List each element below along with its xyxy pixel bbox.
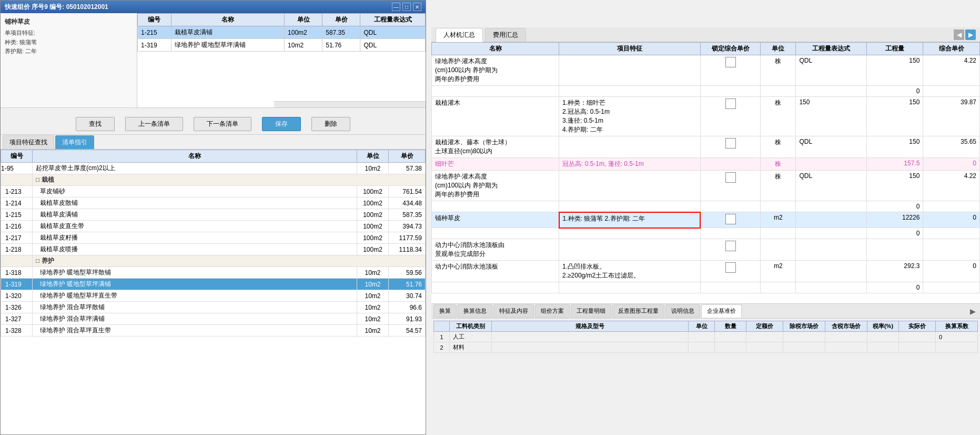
cell-expr: 150 (796, 97, 866, 136)
cell-expr (796, 212, 866, 228)
upper-table-row[interactable]: 1-215 栽植草皮满铺 100m2 587.35 QDL (138, 26, 426, 39)
list-item[interactable]: □ 养护 (1, 255, 426, 267)
bottom-col-tax-rate: 税率(%) (867, 321, 899, 332)
cell-price: 4.22 (923, 171, 980, 201)
cell-unit (761, 201, 796, 212)
upper-table-row[interactable]: 1-319 绿地养护 暖地型草坪满铺 10m2 51.76 QDL (138, 39, 426, 52)
main-table-row[interactable]: 细叶芒 冠丛高: 0.5-1m, 蓬径: 0.5-1m 株 157.5 0 (432, 158, 980, 171)
tab-guide[interactable]: 清单指引 (55, 135, 94, 149)
list-item[interactable]: 1-320 绿地养护 暖地型草坪直生带 10m2 30.74 (1, 290, 426, 302)
lock-checkbox[interactable] (725, 172, 736, 183)
horizontal-scrollbar[interactable] (274, 101, 426, 107)
main-table-row[interactable]: 铺种草皮 1.种类: 狼蒲苇 2.养护期: 二年 m2 12226 0 (432, 212, 980, 228)
main-table-row[interactable]: 绿地养护·灌木高度 (cm)100以内 养护期为 两年的养护费用 株 QDL 1… (432, 171, 980, 201)
list-item[interactable]: 1-213 草皮铺砂 100m2 761.54 (1, 186, 426, 197)
main-table-row[interactable]: 绿地养护·灌木高度 (cm)100以内 养护期为 两年的养护费用 株 QDL 1… (432, 55, 980, 86)
list-item[interactable]: 1-318 绿地养护 暖地型草坪散铺 10m2 59.56 (1, 267, 426, 279)
col-id: 编号 (138, 14, 171, 26)
collapse-btn[interactable]: ◀ (954, 29, 964, 40)
cell-locked[interactable] (700, 239, 760, 261)
list-table: 编号 名称 单位 单价 1-95 起挖草皮带土厚度(cm)2以上 10m2 57… (1, 150, 426, 337)
tab-qty-detail[interactable]: 工程量明细 (571, 304, 611, 318)
lock-checkbox[interactable] (725, 57, 736, 67)
cell-unit: 10m2 (357, 325, 389, 337)
cell-unit: 10m2 (357, 313, 389, 325)
lock-checkbox[interactable] (725, 241, 736, 251)
main-table-row[interactable]: 动力中心消防水池顶板由 景观单位完成部分 (432, 239, 980, 261)
cell-unit (689, 342, 715, 353)
lock-checkbox[interactable] (725, 138, 736, 149)
next-button[interactable]: 下一条清单 (194, 117, 251, 131)
cell-price (923, 239, 980, 261)
main-table-row[interactable]: 动力中心消防水池顶板 1.凸凹排水板。 2.≥200g/m2土工布过滤层。 m2… (432, 261, 980, 282)
action-buttons: 查找 上一条清单 下一条清单 保存 删除 (1, 114, 426, 135)
cell-locked[interactable] (700, 136, 760, 158)
cell-locked[interactable] (700, 212, 760, 228)
tab-reverse-check[interactable]: 反查图形工程量 (612, 304, 664, 318)
cell-locked[interactable] (700, 158, 760, 171)
cell-locked[interactable] (700, 261, 760, 282)
tab-description[interactable]: 说明信息 (665, 304, 700, 318)
list-item[interactable]: 1-216 栽植草皮直生带 100m2 394.73 (1, 221, 426, 232)
cell-unit: 株 (761, 55, 796, 86)
lock-checkbox[interactable] (725, 98, 736, 109)
maximize-btn[interactable]: □ (402, 3, 411, 11)
lock-checkbox[interactable] (725, 214, 736, 224)
right-panel: 人材机汇总 费用汇总 ◀ ▶ 名称 项目特征 锁定综合单价 单位 工程量表达式 … (431, 0, 980, 435)
expand-right-btn[interactable]: ▶ (965, 29, 976, 40)
prev-button[interactable]: 上一条清单 (125, 117, 183, 131)
main-table: 名称 项目特征 锁定综合单价 单位 工程量表达式 工程量 综合单价 绿地养护·灌… (431, 42, 980, 293)
delete-button[interactable]: 删除 (311, 117, 350, 131)
save-button[interactable]: 保存 (262, 117, 301, 131)
cell-id (1, 174, 33, 186)
cell-locked[interactable] (700, 97, 760, 136)
list-item[interactable]: 1-218 栽植草皮喷播 100m2 1118.34 (1, 244, 426, 255)
tab-conversion-info[interactable]: 换算信息 (458, 304, 492, 318)
scroll-right-btn[interactable]: ▶ (970, 307, 976, 315)
list-item[interactable]: 1-327 绿地养护 混合草坪满铺 10m2 91.93 (1, 313, 426, 325)
upper-table-area: 编号 名称 单位 单价 工程量表达式 1-215 栽植草皮满铺 100m2 58… (137, 13, 426, 108)
main-table-row[interactable]: 栽植灌木 1.种类：细叶芒 2.冠丛高: 0.5-1m 3.蓬径: 0.5-1m… (432, 97, 980, 136)
cell-quota (746, 332, 783, 342)
cell-price: 51.76 (389, 279, 426, 290)
cell-name: 栽植草皮直生带 (33, 221, 357, 232)
list-item[interactable]: 1-217 栽植草皮籽播 100m2 1177.59 (1, 232, 426, 244)
close-btn[interactable]: ✕ (413, 3, 421, 11)
cell-name: 栽植草皮满铺 (171, 26, 285, 39)
tab-feature-content[interactable]: 特征及内容 (493, 304, 534, 318)
list-item[interactable]: 1-319 绿地养护 暖地型草坪满铺 10m2 51.76 (1, 279, 426, 290)
cell-unit: m2 (761, 212, 796, 228)
minimize-btn[interactable]: — (392, 3, 400, 11)
list-item[interactable]: 1-215 栽植草皮满铺 100m2 587.35 (1, 209, 426, 221)
cell-name: 绿地养护 混合草坪直生带 (33, 325, 357, 337)
cell-locked[interactable] (700, 55, 760, 86)
list-item[interactable]: 1-328 绿地养护 混合草坪直生带 10m2 54.57 (1, 325, 426, 337)
bottom-col-coef: 换算系数 (936, 321, 978, 332)
bottom-col-in-tax: 含税市场价 (825, 321, 867, 332)
cell-locked[interactable] (700, 171, 760, 201)
tab-materials-summary[interactable]: 人材机汇总 (436, 28, 483, 42)
cell-price (923, 86, 980, 97)
info-label1: 单项目特征: (5, 28, 133, 38)
list-item[interactable]: □ 栽植 (1, 174, 426, 186)
cell-expr (796, 86, 866, 97)
lock-checkbox[interactable] (725, 262, 736, 273)
cell-price: 587.35 (322, 26, 360, 39)
list-item[interactable]: 1-326 绿地养护 混合草坪散铺 10m2 96.6 (1, 302, 426, 313)
list-col-price: 单价 (389, 150, 426, 163)
cell-type: 材料 (450, 342, 492, 353)
tab-price-plan[interactable]: 组价方案 (535, 304, 570, 318)
list-item[interactable]: 1-95 起挖草皮带土厚度(cm)2以上 10m2 57.38 (1, 163, 426, 174)
tab-conversion[interactable]: 换算 (433, 304, 457, 318)
cell-name (432, 201, 559, 212)
find-button[interactable]: 查找 (76, 117, 115, 131)
main-col-feature: 项目特征 (559, 43, 701, 55)
main-col-name: 名称 (432, 43, 559, 55)
tab-cost-summary[interactable]: 费用汇总 (485, 28, 526, 42)
main-table-row[interactable]: 栽植灌木、藤本（带土球） 土球直径(cm)80以内 株 QDL 150 35.6… (432, 136, 980, 158)
tab-enterprise-base[interactable]: 企业基准价 (701, 304, 742, 318)
list-item[interactable]: 1-214 栽植草皮散铺 100m2 434.48 (1, 197, 426, 209)
cell-price: 30.74 (389, 290, 426, 302)
tab-feature-search[interactable]: 项目特征查找 (3, 135, 54, 149)
bottom-panel: 换算 换算信息 特征及内容 组价方案 工程量明细 反查图形工程量 说明信息 企业… (431, 303, 980, 435)
